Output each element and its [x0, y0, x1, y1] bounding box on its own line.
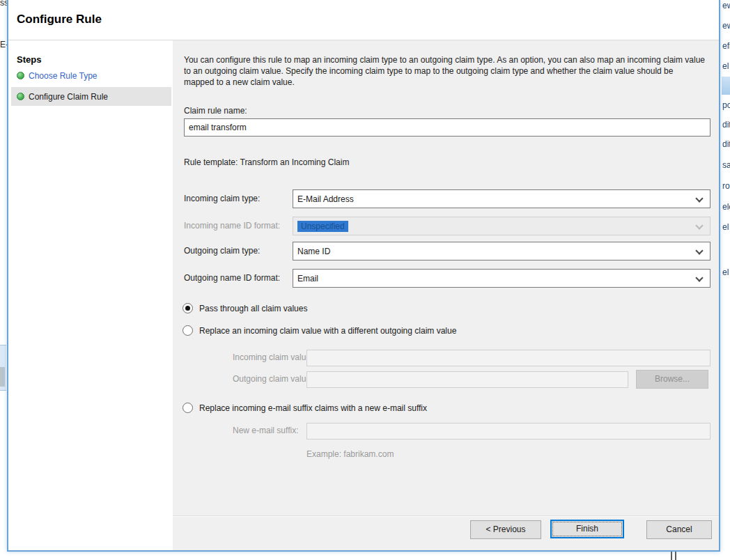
incoming-name-id-format-label: Incoming name ID format: [184, 221, 280, 231]
background-selected-item-highlight [722, 77, 730, 95]
selected-value: Email [297, 274, 318, 283]
rule-description-text: You can configure this rule to map an in… [184, 54, 705, 88]
new-email-suffix-label: New e-mail suffix: [233, 426, 298, 435]
claim-rule-name-input[interactable] [184, 118, 710, 137]
radio-label: Replace incoming e-mail suffix claims wi… [199, 403, 427, 413]
browse-button: Browse... [636, 370, 708, 389]
background-text-fragment: ele [722, 202, 730, 212]
background-text-fragment: efr [722, 41, 730, 51]
rule-template-text: Rule template: Transform an Incoming Cla… [184, 157, 349, 167]
background-text-fragment: ew [722, 1, 730, 10]
background-text-fragment: ew [722, 21, 730, 31]
outgoing-claim-value-input [306, 371, 628, 388]
background-text-fragment: el [722, 267, 729, 277]
background-splitter-fragment [671, 550, 672, 560]
chevron-down-icon [695, 247, 703, 254]
background-icon-fragment [0, 367, 5, 387]
dialog-header: Configure Rule [8, 0, 719, 40]
chevron-down-icon [695, 221, 703, 229]
step-item-choose-rule-type[interactable]: Choose Rule Type [11, 66, 171, 85]
outgoing-claim-type-label: Outgoing claim type: [184, 246, 260, 256]
radio-replace-incoming-claim-value[interactable]: Replace an incoming claim value with a d… [182, 325, 456, 336]
chevron-down-icon [695, 274, 703, 281]
finish-button[interactable]: Finish [550, 520, 624, 538]
chevron-down-icon [695, 194, 703, 202]
radio-label: Replace an incoming claim value with a d… [199, 326, 456, 336]
radio-button-icon [182, 403, 193, 413]
outgoing-claim-value-label: Outgoing claim value: [233, 374, 313, 384]
step-item-configure-claim-rule[interactable]: Configure Claim Rule [11, 87, 171, 106]
step-item-label: Choose Rule Type [29, 71, 98, 81]
background-splitter-fragment [675, 550, 676, 560]
background-text-fragment: el [722, 61, 729, 71]
radio-button-icon [182, 325, 193, 336]
outgoing-name-id-format-label: Outgoing name ID format: [184, 273, 280, 283]
background-text-fragment: ro [722, 181, 730, 191]
background-text-fragment: po [722, 100, 730, 110]
footer-separator [173, 515, 719, 517]
outgoing-claim-type-select[interactable]: Name ID [293, 242, 710, 260]
incoming-claim-type-select[interactable]: E-Mail Address [293, 189, 710, 208]
steps-panel: Steps Choose Rule Type Configure Claim R… [8, 40, 173, 550]
radio-button-icon [182, 303, 193, 313]
page-title: Configure Rule [17, 13, 102, 26]
outgoing-name-id-format-select[interactable]: Email [293, 269, 710, 288]
background-text-fragment: dit [722, 120, 730, 130]
step-completed-icon [17, 72, 24, 79]
incoming-name-id-format-select: Unspecified [293, 217, 710, 235]
previous-button[interactable]: < Previous [470, 520, 541, 539]
cancel-button[interactable]: Cancel [646, 520, 712, 539]
background-text-fragment: dit [722, 139, 730, 149]
step-completed-icon [17, 93, 24, 100]
selected-value: Name ID [297, 247, 330, 256]
radio-replace-email-suffix[interactable]: Replace incoming e-mail suffix claims wi… [182, 403, 427, 413]
wizard-content-pane: You can configure this rule to map an in… [173, 40, 719, 550]
background-text-fragment: el [722, 222, 729, 232]
selected-value: E-Mail Address [297, 194, 354, 204]
incoming-claim-value-label: Incoming claim value: [233, 352, 313, 362]
new-email-suffix-input [306, 423, 710, 440]
radio-pass-through-all-claim-values[interactable]: Pass through all claim values [182, 303, 307, 313]
steps-header: Steps [17, 54, 41, 65]
background-text-fragment: sa [722, 160, 730, 170]
configure-rule-dialog: Configure Rule Steps Choose Rule Type Co… [7, 0, 720, 552]
selected-value-highlighted: Unspecified [297, 221, 348, 232]
claim-rule-name-label: Claim rule name: [184, 106, 247, 116]
incoming-claim-value-input [306, 350, 710, 366]
radio-label: Pass through all claim values [199, 304, 307, 313]
step-item-label: Configure Claim Rule [29, 92, 108, 102]
incoming-claim-type-label: Incoming claim type: [184, 194, 260, 203]
email-suffix-example-hint: Example: fabrikam.com [306, 449, 394, 459]
